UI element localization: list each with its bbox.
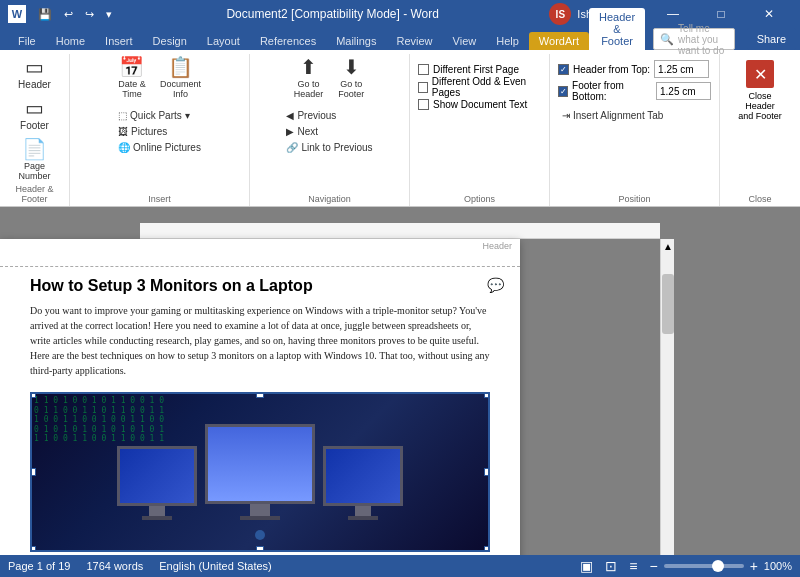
tab-home[interactable]: Home bbox=[46, 32, 95, 50]
tab-help[interactable]: Help bbox=[486, 32, 529, 50]
link-to-previous-button[interactable]: 🔗 Link to Previous bbox=[282, 140, 376, 155]
page-number-label: PageNumber bbox=[18, 161, 50, 181]
options-checkboxes: Different First Page Different Odd & Eve… bbox=[418, 64, 541, 110]
tab-mailings[interactable]: Mailings bbox=[326, 32, 386, 50]
quick-access-customize[interactable]: ▾ bbox=[102, 6, 116, 23]
go-to-footer-button[interactable]: ⬇ Go toFooter bbox=[331, 54, 371, 102]
different-odd-even-label: Different Odd & Even Pages bbox=[432, 76, 541, 98]
zoom-in-button[interactable]: + bbox=[748, 558, 760, 574]
handle-br[interactable] bbox=[484, 546, 490, 552]
pictures-icon: 🖼 bbox=[118, 126, 128, 137]
quick-access-undo[interactable]: ↩ bbox=[60, 6, 77, 23]
page-number-button[interactable]: 📄 PageNumber bbox=[12, 136, 56, 184]
pictures-button[interactable]: 🖼 Pictures bbox=[114, 124, 205, 139]
comment-bubble-icon[interactable]: 💬 bbox=[487, 277, 504, 294]
view-web-button[interactable]: ⊡ bbox=[603, 558, 619, 574]
handle-tl[interactable] bbox=[30, 392, 36, 398]
previous-icon: ◀ bbox=[286, 110, 294, 121]
group-label-navigation: Navigation bbox=[308, 194, 351, 206]
handle-tr[interactable] bbox=[484, 392, 490, 398]
vertical-scrollbar[interactable]: ▲ ▼ bbox=[660, 239, 674, 577]
view-outline-button[interactable]: ≡ bbox=[627, 558, 639, 574]
tab-view[interactable]: View bbox=[443, 32, 487, 50]
tab-header-footer[interactable]: Header & Footer bbox=[589, 8, 645, 50]
handle-bc[interactable] bbox=[256, 546, 264, 552]
monitor-right bbox=[323, 446, 403, 520]
ribbon-group-insert: 📅 Date &Time 📋 DocumentInfo ⬚ Quick Part… bbox=[70, 54, 250, 206]
different-first-checkbox[interactable] bbox=[418, 64, 429, 75]
tab-design[interactable]: Design bbox=[143, 32, 197, 50]
header-label: Header bbox=[482, 241, 512, 251]
user-area: IS Ishita Saxena — □ ✕ bbox=[549, 0, 792, 28]
document-header: Header bbox=[0, 239, 520, 267]
quick-access-redo[interactable]: ↪ bbox=[81, 6, 98, 23]
monitor-image[interactable]: 1 1 0 1 0 0 1 0 1 1 0 0 1 0 0 1 1 0 0 1 … bbox=[30, 392, 490, 552]
word-icon: W bbox=[8, 5, 26, 23]
show-doc-text-checkbox[interactable] bbox=[418, 99, 429, 110]
document-article-title: How to Setup 3 Monitors on a Laptop bbox=[30, 277, 490, 295]
footer-from-bottom-row: ✓ Footer from Bottom: bbox=[558, 80, 711, 102]
online-pictures-button[interactable]: 🌐 Online Pictures bbox=[114, 140, 205, 155]
next-icon: ▶ bbox=[286, 126, 294, 137]
tab-insert[interactable]: Insert bbox=[95, 32, 143, 50]
insert-alignment-tab-button[interactable]: ⇥ Insert Alignment Tab bbox=[558, 108, 711, 123]
monitor-left bbox=[117, 446, 197, 520]
footer-bottom-input[interactable] bbox=[656, 82, 711, 100]
scroll-thumb[interactable] bbox=[662, 274, 674, 334]
status-bar: Page 1 of 19 1764 words English (United … bbox=[0, 555, 800, 577]
header-top-checkbox[interactable]: ✓ bbox=[558, 64, 569, 75]
different-odd-even-checkbox[interactable] bbox=[418, 82, 428, 93]
previous-button[interactable]: ◀ Previous bbox=[282, 108, 376, 123]
close-button[interactable]: ✕ bbox=[746, 0, 792, 28]
ribbon-group-position: ✓ Header from Top: ✓ Footer from Bottom:… bbox=[550, 54, 720, 206]
show-doc-text-row: Show Document Text bbox=[418, 99, 541, 110]
document-body: How to Setup 3 Monitors on a Laptop 💬 Do… bbox=[0, 267, 520, 577]
handle-bl[interactable] bbox=[30, 546, 36, 552]
close-x-icon: ✕ bbox=[746, 60, 774, 88]
tab-review[interactable]: Review bbox=[387, 32, 443, 50]
document-title: Document2 [Compatibility Mode] - Word bbox=[116, 7, 549, 21]
next-button[interactable]: ▶ Next bbox=[282, 124, 376, 139]
footer-button[interactable]: ▭ Footer bbox=[14, 95, 55, 134]
language: English (United States) bbox=[159, 560, 272, 572]
footer-bottom-checkbox[interactable]: ✓ bbox=[558, 86, 568, 97]
tab-references[interactable]: References bbox=[250, 32, 326, 50]
status-right: ▣ ⊡ ≡ − + 100% bbox=[578, 558, 792, 574]
title-bar-left: W 💾 ↩ ↪ ▾ bbox=[8, 5, 116, 23]
date-time-button[interactable]: 📅 Date &Time bbox=[112, 54, 152, 102]
zoom-out-button[interactable]: − bbox=[647, 558, 659, 574]
insert-small-group: ⬚ Quick Parts ▾ 🖼 Pictures 🌐 Online Pict… bbox=[114, 108, 205, 155]
doc-info-button[interactable]: 📋 DocumentInfo bbox=[154, 54, 207, 102]
scroll-up-button[interactable]: ▲ bbox=[661, 239, 674, 254]
tab-wordart[interactable]: WordArt bbox=[529, 32, 589, 50]
rotation-handle[interactable] bbox=[255, 530, 265, 540]
tell-me-box[interactable]: 🔍 Tell me what you want to do bbox=[653, 28, 735, 50]
share-button[interactable]: Share bbox=[747, 28, 796, 50]
zoom-slider[interactable] bbox=[664, 564, 744, 568]
screen-right bbox=[323, 446, 403, 506]
tab-layout[interactable]: Layout bbox=[197, 32, 250, 50]
handle-ml[interactable] bbox=[30, 468, 36, 476]
header-top-input[interactable] bbox=[654, 60, 709, 78]
close-header-footer-button[interactable]: ✕ Close Headerand Footer bbox=[728, 54, 792, 127]
intro-paragraph: Do you want to improve your gaming or mu… bbox=[30, 303, 490, 378]
header-icon: ▭ bbox=[25, 57, 44, 77]
header-top-label: Header from Top: bbox=[573, 64, 650, 75]
zoom-bar: − + 100% bbox=[647, 558, 792, 574]
go-to-header-button[interactable]: ⬆ Go toHeader bbox=[288, 54, 330, 102]
group-label-insert: Insert bbox=[148, 194, 171, 206]
header-from-top-row: ✓ Header from Top: bbox=[558, 60, 711, 78]
view-print-button[interactable]: ▣ bbox=[578, 558, 595, 574]
header-button[interactable]: ▭ Header bbox=[12, 54, 57, 93]
different-first-row: Different First Page bbox=[418, 64, 541, 75]
document-page: Header How to Setup 3 Monitors on a Lapt… bbox=[0, 239, 520, 577]
footer-icon: ▭ bbox=[25, 98, 44, 118]
quick-access-save[interactable]: 💾 bbox=[34, 6, 56, 23]
handle-tc[interactable] bbox=[256, 392, 264, 398]
tab-file[interactable]: File bbox=[8, 32, 46, 50]
position-fields: ✓ Header from Top: ✓ Footer from Bottom:… bbox=[558, 60, 711, 123]
handle-mr[interactable] bbox=[484, 468, 490, 476]
quick-parts-button[interactable]: ⬚ Quick Parts ▾ bbox=[114, 108, 205, 123]
ribbon: ▭ Header ▭ Footer 📄 PageNumber Header & … bbox=[0, 50, 800, 207]
insert-buttons: 📅 Date &Time 📋 DocumentInfo ⬚ Quick Part… bbox=[78, 54, 241, 155]
